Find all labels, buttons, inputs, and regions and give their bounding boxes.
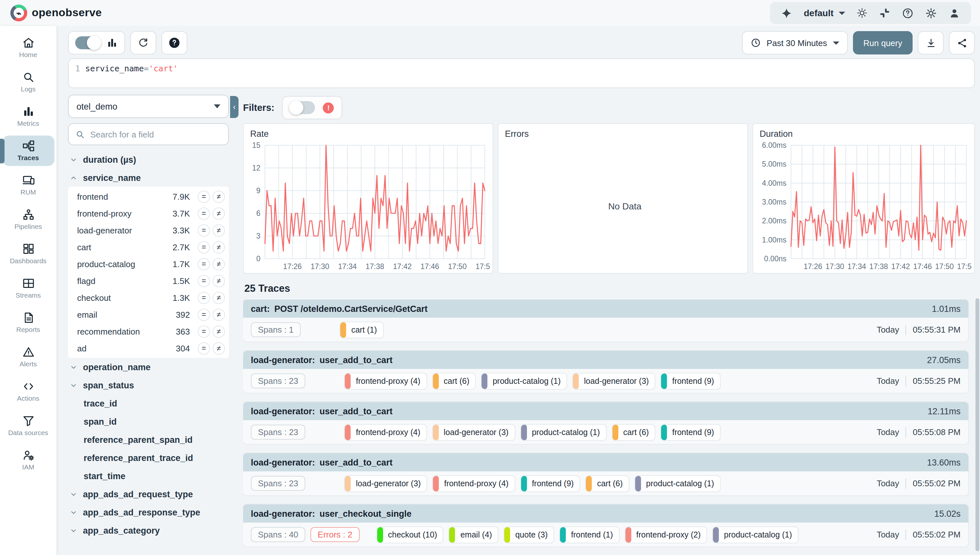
field-search-input[interactable] bbox=[90, 129, 222, 139]
scrollbar-thumb[interactable] bbox=[975, 298, 979, 551]
help-circle-button[interactable] bbox=[162, 31, 187, 55]
filters-error-icon[interactable]: ! bbox=[323, 102, 334, 113]
trace-row-header[interactable]: load-generator:user_add_to_cart27.05ms bbox=[243, 351, 968, 369]
equals-filter-button[interactable]: = bbox=[198, 342, 210, 354]
trace-row[interactable]: load-generator:user_add_to_cart12.11msSp… bbox=[243, 402, 968, 444]
field-section-app_ads_category[interactable]: app_ads_category bbox=[68, 521, 229, 539]
service-chip[interactable]: frontend-proxy (4) bbox=[432, 475, 515, 492]
not-equals-filter-button[interactable]: ≠ bbox=[213, 325, 225, 337]
not-equals-filter-button[interactable]: ≠ bbox=[213, 241, 225, 253]
trace-row-header[interactable]: load-generator:user_add_to_cart13.60ms bbox=[243, 453, 968, 472]
slack-icon[interactable] bbox=[879, 7, 890, 19]
collapse-fields-panel-button[interactable]: ‹ bbox=[230, 96, 239, 118]
field-section-app_ads_ad_request_type[interactable]: app_ads_ad_request_type bbox=[68, 485, 229, 503]
sidebar-item-data-sources[interactable]: Data sources bbox=[2, 411, 54, 441]
field-section-span_status[interactable]: span_status bbox=[68, 376, 229, 394]
trace-row[interactable]: cart:POST /oteldemo.CartService/GetCart1… bbox=[243, 300, 968, 342]
run-query-button[interactable]: Run query bbox=[853, 31, 913, 55]
equals-filter-button[interactable]: = bbox=[198, 190, 210, 203]
service-chip[interactable]: product-catalog (1) bbox=[520, 424, 606, 441]
sidebar-item-logs[interactable]: Logs bbox=[2, 67, 54, 97]
service-chip[interactable]: load-generator (3) bbox=[344, 475, 427, 492]
field-section-duration-s-[interactable]: duration (µs) bbox=[68, 151, 229, 168]
field-section-trace_id[interactable]: trace_id bbox=[68, 394, 229, 412]
sidebar-item-metrics[interactable]: Metrics bbox=[2, 101, 54, 132]
field-section-span_id[interactable]: span_id bbox=[68, 412, 229, 430]
sidebar-item-traces[interactable]: Traces bbox=[2, 135, 54, 166]
sidebar-item-home[interactable]: Home bbox=[2, 32, 54, 63]
field-section-app_ads_ad_response_type[interactable]: app_ads_ad_response_type bbox=[68, 503, 229, 521]
duration-chart[interactable]: 0.00ns1.00ms2.00ms3.00ms4.00ms5.00ms6.00… bbox=[760, 140, 972, 274]
equals-filter-button[interactable]: = bbox=[198, 308, 210, 321]
user-profile-icon[interactable] bbox=[948, 7, 961, 19]
service-chip[interactable]: frontend-proxy (2) bbox=[625, 526, 707, 543]
service-chip[interactable]: product-catalog (1) bbox=[712, 526, 799, 543]
equals-filter-button[interactable]: = bbox=[198, 325, 210, 337]
equals-filter-button[interactable]: = bbox=[198, 224, 210, 236]
field-section-start_time[interactable]: start_time bbox=[68, 467, 229, 485]
trace-row[interactable]: load-generator:user_checkout_single15.02… bbox=[243, 504, 968, 547]
service-chip[interactable]: frontend (9) bbox=[520, 475, 580, 492]
service-chip[interactable]: frontend (9) bbox=[660, 424, 721, 441]
rate-chart[interactable]: 0369121517:2617:3017:3417:3817:4217:4617… bbox=[250, 140, 490, 274]
help-icon[interactable] bbox=[902, 7, 914, 19]
service-chip[interactable]: frontend-proxy (4) bbox=[344, 372, 427, 389]
sidebar-item-alerts[interactable]: Alerts bbox=[2, 342, 54, 372]
not-equals-filter-button[interactable]: ≠ bbox=[213, 190, 225, 203]
service-chip[interactable]: frontend-proxy (4) bbox=[344, 424, 427, 441]
equals-filter-button[interactable]: = bbox=[198, 241, 210, 253]
not-equals-filter-button[interactable]: ≠ bbox=[213, 308, 225, 321]
field-section-operation_name[interactable]: operation_name bbox=[68, 358, 229, 376]
not-equals-filter-button[interactable]: ≠ bbox=[213, 224, 225, 236]
query-editor[interactable]: 1service_name='cart' bbox=[68, 58, 975, 88]
trace-row-header[interactable]: cart:POST /oteldemo.CartService/GetCart1… bbox=[243, 300, 968, 318]
equals-filter-button[interactable]: = bbox=[198, 274, 210, 287]
not-equals-filter-button[interactable]: ≠ bbox=[213, 258, 225, 270]
sidebar-item-reports[interactable]: Reports bbox=[2, 307, 54, 338]
sidebar-item-dashboards[interactable]: Dashboards bbox=[2, 239, 54, 269]
download-button[interactable] bbox=[918, 31, 944, 55]
service-chip[interactable]: quote (3) bbox=[504, 526, 554, 543]
stream-selector[interactable]: otel_demo bbox=[68, 95, 229, 118]
field-section-service_name[interactable]: service_name bbox=[68, 168, 229, 187]
filters-toggle[interactable] bbox=[291, 101, 315, 114]
scrollbar[interactable] bbox=[975, 97, 980, 555]
not-equals-filter-button[interactable]: ≠ bbox=[213, 292, 225, 304]
service-chip[interactable]: cart (1) bbox=[339, 321, 383, 338]
service-chip[interactable]: email (4) bbox=[449, 526, 498, 543]
equals-filter-button[interactable]: = bbox=[198, 207, 210, 220]
not-equals-filter-button[interactable]: ≠ bbox=[213, 207, 225, 220]
sidebar-item-rum[interactable]: RUM bbox=[2, 170, 54, 201]
field-section-reference_parent_span_id[interactable]: reference_parent_span_id bbox=[68, 430, 229, 449]
sparkle-ai-icon[interactable] bbox=[780, 7, 793, 19]
service-chip[interactable]: frontend (9) bbox=[660, 372, 721, 389]
histogram-toggle[interactable] bbox=[75, 36, 100, 49]
service-chip[interactable]: load-generator (3) bbox=[572, 372, 655, 389]
trace-row[interactable]: load-generator:user_add_to_cart13.60msSp… bbox=[243, 453, 968, 496]
trace-row[interactable]: load-generator:user_add_to_cart27.05msSp… bbox=[243, 351, 968, 393]
service-chip[interactable]: cart (6) bbox=[432, 372, 476, 389]
equals-filter-button[interactable]: = bbox=[198, 292, 210, 304]
not-equals-filter-button[interactable]: ≠ bbox=[213, 274, 225, 287]
not-equals-filter-button[interactable]: ≠ bbox=[213, 342, 225, 354]
org-selector[interactable]: default bbox=[804, 8, 845, 18]
sidebar-item-actions[interactable]: Actions bbox=[2, 376, 54, 406]
equals-filter-button[interactable]: = bbox=[198, 258, 210, 270]
service-chip[interactable]: product-catalog (1) bbox=[634, 475, 721, 492]
settings-gear-icon[interactable] bbox=[925, 7, 937, 19]
trace-row-header[interactable]: load-generator:user_add_to_cart12.11ms bbox=[243, 402, 968, 420]
share-button[interactable] bbox=[949, 31, 975, 55]
theme-toggle-sun-icon[interactable] bbox=[856, 7, 868, 19]
service-chip[interactable]: product-catalog (1) bbox=[481, 372, 567, 389]
service-chip[interactable]: cart (6) bbox=[585, 475, 629, 492]
time-range-selector[interactable]: Past 30 Minutes bbox=[742, 31, 848, 55]
sidebar-item-iam[interactable]: IAM bbox=[2, 445, 54, 475]
brand[interactable]: openobserve bbox=[10, 5, 102, 21]
field-section-reference_parent_trace_id[interactable]: reference_parent_trace_id bbox=[68, 449, 229, 467]
service-chip[interactable]: checkout (10) bbox=[376, 526, 444, 543]
sidebar-item-streams[interactable]: Streams bbox=[2, 273, 54, 303]
trace-row-header[interactable]: load-generator:user_checkout_single15.02… bbox=[243, 504, 968, 523]
refresh-button[interactable] bbox=[130, 31, 156, 55]
service-chip[interactable]: load-generator (3) bbox=[432, 424, 515, 441]
sidebar-item-pipelines[interactable]: Pipelines bbox=[2, 204, 54, 235]
